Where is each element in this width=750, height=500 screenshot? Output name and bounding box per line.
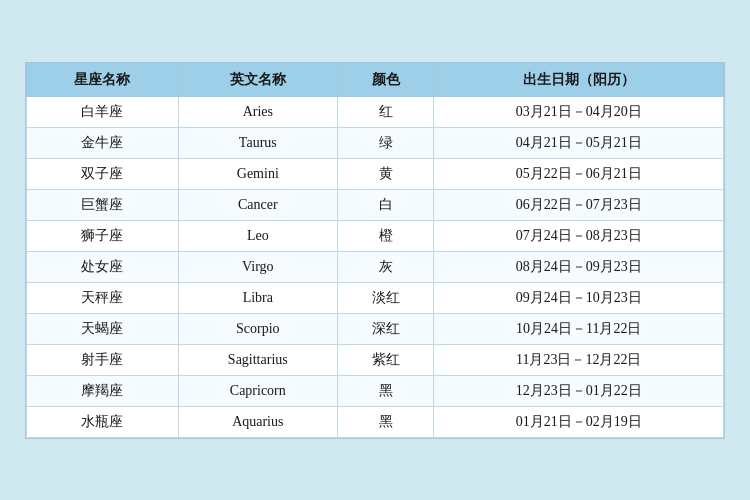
cell-english-name: Taurus: [178, 127, 337, 158]
cell-color: 绿: [337, 127, 434, 158]
cell-dates: 11月23日－12月22日: [434, 344, 724, 375]
table-row: 白羊座Aries红03月21日－04月20日: [27, 96, 724, 127]
zodiac-table-container: 星座名称 英文名称 颜色 出生日期（阳历） 白羊座Aries红03月21日－04…: [25, 62, 725, 439]
table-row: 双子座Gemini黄05月22日－06月21日: [27, 158, 724, 189]
cell-english-name: Aquarius: [178, 406, 337, 437]
cell-dates: 03月21日－04月20日: [434, 96, 724, 127]
table-row: 天蝎座Scorpio深红10月24日－11月22日: [27, 313, 724, 344]
cell-chinese-name: 白羊座: [27, 96, 179, 127]
cell-dates: 10月24日－11月22日: [434, 313, 724, 344]
cell-chinese-name: 双子座: [27, 158, 179, 189]
cell-chinese-name: 射手座: [27, 344, 179, 375]
table-header-row: 星座名称 英文名称 颜色 出生日期（阳历）: [27, 63, 724, 96]
cell-english-name: Scorpio: [178, 313, 337, 344]
cell-color: 黑: [337, 406, 434, 437]
cell-color: 灰: [337, 251, 434, 282]
cell-dates: 08月24日－09月23日: [434, 251, 724, 282]
header-english-name: 英文名称: [178, 63, 337, 96]
cell-chinese-name: 处女座: [27, 251, 179, 282]
cell-chinese-name: 水瓶座: [27, 406, 179, 437]
table-row: 巨蟹座Cancer白06月22日－07月23日: [27, 189, 724, 220]
cell-chinese-name: 金牛座: [27, 127, 179, 158]
header-color: 颜色: [337, 63, 434, 96]
header-chinese-name: 星座名称: [27, 63, 179, 96]
cell-english-name: Sagittarius: [178, 344, 337, 375]
header-dates: 出生日期（阳历）: [434, 63, 724, 96]
table-body: 白羊座Aries红03月21日－04月20日金牛座Taurus绿04月21日－0…: [27, 96, 724, 437]
table-row: 金牛座Taurus绿04月21日－05月21日: [27, 127, 724, 158]
zodiac-table: 星座名称 英文名称 颜色 出生日期（阳历） 白羊座Aries红03月21日－04…: [26, 63, 724, 438]
cell-color: 黄: [337, 158, 434, 189]
cell-color: 淡红: [337, 282, 434, 313]
cell-color: 白: [337, 189, 434, 220]
cell-dates: 09月24日－10月23日: [434, 282, 724, 313]
cell-color: 紫红: [337, 344, 434, 375]
table-row: 水瓶座Aquarius黑01月21日－02月19日: [27, 406, 724, 437]
table-row: 天秤座Libra淡红09月24日－10月23日: [27, 282, 724, 313]
cell-english-name: Virgo: [178, 251, 337, 282]
cell-color: 深红: [337, 313, 434, 344]
cell-dates: 07月24日－08月23日: [434, 220, 724, 251]
table-row: 射手座Sagittarius紫红11月23日－12月22日: [27, 344, 724, 375]
cell-dates: 04月21日－05月21日: [434, 127, 724, 158]
cell-color: 橙: [337, 220, 434, 251]
cell-english-name: Libra: [178, 282, 337, 313]
cell-color: 黑: [337, 375, 434, 406]
cell-color: 红: [337, 96, 434, 127]
cell-dates: 01月21日－02月19日: [434, 406, 724, 437]
table-row: 狮子座Leo橙07月24日－08月23日: [27, 220, 724, 251]
cell-english-name: Capricorn: [178, 375, 337, 406]
cell-dates: 05月22日－06月21日: [434, 158, 724, 189]
cell-chinese-name: 天蝎座: [27, 313, 179, 344]
cell-english-name: Gemini: [178, 158, 337, 189]
cell-chinese-name: 巨蟹座: [27, 189, 179, 220]
cell-dates: 06月22日－07月23日: [434, 189, 724, 220]
table-row: 摩羯座Capricorn黑12月23日－01月22日: [27, 375, 724, 406]
cell-english-name: Leo: [178, 220, 337, 251]
cell-chinese-name: 狮子座: [27, 220, 179, 251]
cell-chinese-name: 天秤座: [27, 282, 179, 313]
cell-english-name: Cancer: [178, 189, 337, 220]
table-row: 处女座Virgo灰08月24日－09月23日: [27, 251, 724, 282]
cell-chinese-name: 摩羯座: [27, 375, 179, 406]
cell-english-name: Aries: [178, 96, 337, 127]
cell-dates: 12月23日－01月22日: [434, 375, 724, 406]
